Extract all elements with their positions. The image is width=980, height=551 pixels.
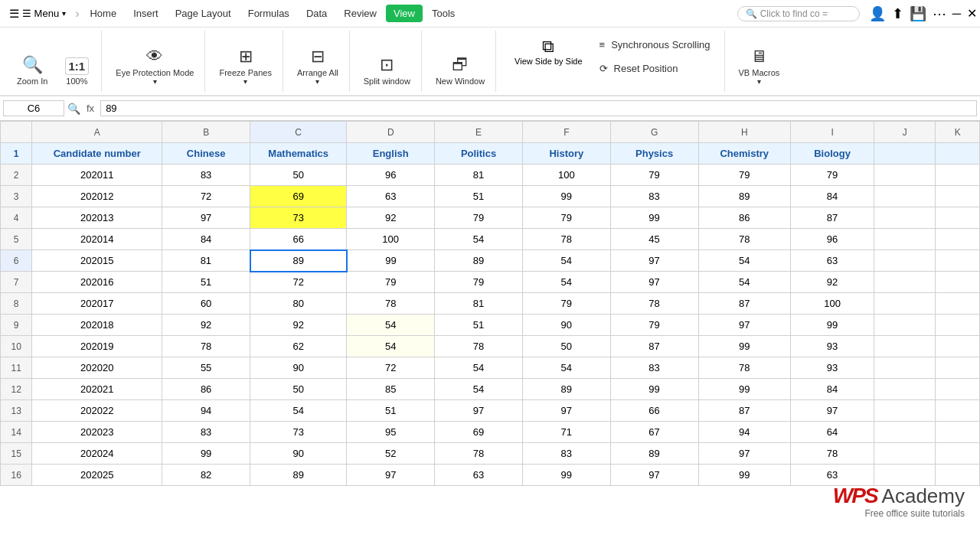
cell-C14[interactable]: 73	[250, 422, 347, 443]
col-header-B[interactable]: B	[162, 122, 250, 143]
cell-H15[interactable]: 97	[698, 443, 791, 465]
cell-I4[interactable]: 87	[791, 207, 874, 229]
cell-B13[interactable]: 94	[162, 400, 250, 422]
cell-E5[interactable]: 54	[435, 229, 523, 250]
cell-J15[interactable]	[874, 443, 936, 465]
cell-J9[interactable]	[874, 315, 936, 336]
cell-K13[interactable]	[936, 400, 980, 422]
cell-E13[interactable]: 97	[435, 400, 523, 422]
col-header-C[interactable]: C	[250, 122, 347, 143]
cell-F16[interactable]: 99	[522, 465, 610, 486]
cell-A13[interactable]: 202022	[32, 400, 162, 422]
cell-I13[interactable]: 97	[791, 400, 874, 422]
cell-A4[interactable]: 202013	[32, 207, 162, 229]
more-icon[interactable]: ⋯	[933, 5, 946, 22]
cell-F1[interactable]: History	[522, 143, 610, 165]
user-icon[interactable]: 👤	[869, 5, 886, 22]
cell-G7[interactable]: 97	[610, 272, 698, 293]
cell-C8[interactable]: 80	[250, 293, 347, 315]
cell-G3[interactable]: 83	[610, 186, 698, 207]
col-header-G[interactable]: G	[610, 122, 698, 143]
col-header-H[interactable]: H	[698, 122, 791, 143]
cell-B1[interactable]: Chinese	[162, 143, 250, 165]
cell-A14[interactable]: 202023	[32, 422, 162, 443]
menu-tools[interactable]: Tools	[424, 5, 462, 22]
cell-H14[interactable]: 94	[698, 422, 791, 443]
cell-A8[interactable]: 202017	[32, 293, 162, 315]
menu-data[interactable]: Data	[299, 5, 335, 22]
cell-C7[interactable]: 72	[250, 272, 347, 293]
cell-I12[interactable]: 84	[791, 379, 874, 400]
formula-input[interactable]	[100, 100, 977, 116]
cell-H6[interactable]: 54	[698, 250, 791, 272]
cell-A3[interactable]: 202012	[32, 186, 162, 207]
cell-I5[interactable]: 96	[791, 229, 874, 250]
cell-K1[interactable]	[936, 143, 980, 165]
view-side-by-side-button[interactable]: ⧉ View Side by Side	[508, 34, 588, 69]
cell-J6[interactable]	[874, 250, 936, 272]
cell-J13[interactable]	[874, 400, 936, 422]
cell-G4[interactable]: 99	[610, 207, 698, 229]
cell-J4[interactable]	[874, 207, 936, 229]
save-icon[interactable]: 💾	[910, 5, 926, 22]
cell-J8[interactable]	[874, 293, 936, 315]
cell-A9[interactable]: 202018	[32, 315, 162, 336]
cell-F13[interactable]: 97	[522, 400, 610, 422]
cell-I6[interactable]: 63	[791, 250, 874, 272]
cell-D4[interactable]: 92	[347, 207, 435, 229]
cell-F3[interactable]: 99	[522, 186, 610, 207]
cell-I1[interactable]: Biology	[791, 143, 874, 165]
col-header-E[interactable]: E	[435, 122, 523, 143]
search-box[interactable]: 🔍 Click to find co =	[737, 6, 860, 21]
cell-H16[interactable]: 99	[698, 465, 791, 486]
cell-E2[interactable]: 81	[435, 165, 523, 186]
cell-K10[interactable]	[936, 336, 980, 357]
cell-I10[interactable]: 93	[791, 336, 874, 357]
cell-I15[interactable]: 78	[791, 443, 874, 465]
hamburger-menu[interactable]: ☰ ☰ Menu ▾	[3, 4, 72, 24]
cell-G10[interactable]: 87	[610, 336, 698, 357]
cell-B16[interactable]: 82	[162, 465, 250, 486]
cell-C9[interactable]: 92	[250, 315, 347, 336]
cell-I2[interactable]: 79	[791, 165, 874, 186]
cell-D11[interactable]: 72	[347, 357, 435, 379]
cell-K2[interactable]	[936, 165, 980, 186]
cell-E10[interactable]: 78	[435, 336, 523, 357]
cell-E8[interactable]: 81	[435, 293, 523, 315]
cell-F11[interactable]: 54	[522, 357, 610, 379]
cell-A5[interactable]: 202014	[32, 229, 162, 250]
share-icon[interactable]: ⬆	[892, 5, 903, 22]
cell-C4[interactable]: 73	[250, 207, 347, 229]
cell-B9[interactable]: 92	[162, 315, 250, 336]
menu-view[interactable]: View	[386, 5, 423, 22]
cell-C10[interactable]: 62	[250, 336, 347, 357]
cell-I8[interactable]: 100	[791, 293, 874, 315]
cell-A12[interactable]: 202021	[32, 379, 162, 400]
cell-H8[interactable]: 87	[698, 293, 791, 315]
cell-F7[interactable]: 54	[522, 272, 610, 293]
cell-G5[interactable]: 45	[610, 229, 698, 250]
cell-D9[interactable]: 54	[347, 315, 435, 336]
cell-E9[interactable]: 51	[435, 315, 523, 336]
cell-G16[interactable]: 97	[610, 465, 698, 486]
cell-E1[interactable]: Politics	[435, 143, 523, 165]
cell-H13[interactable]: 87	[698, 400, 791, 422]
cell-C15[interactable]: 90	[250, 443, 347, 465]
cell-E16[interactable]: 63	[435, 465, 523, 486]
cell-A16[interactable]: 202025	[32, 465, 162, 486]
cell-H4[interactable]: 86	[698, 207, 791, 229]
split-window-button[interactable]: ⊡ Split window	[359, 52, 415, 89]
cell-H5[interactable]: 78	[698, 229, 791, 250]
cell-F2[interactable]: 100	[522, 165, 610, 186]
cell-A15[interactable]: 202024	[32, 443, 162, 465]
cell-K5[interactable]	[936, 229, 980, 250]
new-window-button[interactable]: 🗗 New Window	[431, 52, 489, 89]
cell-K3[interactable]	[936, 186, 980, 207]
cell-G8[interactable]: 78	[610, 293, 698, 315]
cell-D16[interactable]: 97	[347, 465, 435, 486]
cell-E12[interactable]: 54	[435, 379, 523, 400]
cell-I7[interactable]: 92	[791, 272, 874, 293]
cell-B6[interactable]: 81	[162, 250, 250, 272]
cell-G9[interactable]: 79	[610, 315, 698, 336]
cell-C6[interactable]: 89	[250, 250, 347, 272]
